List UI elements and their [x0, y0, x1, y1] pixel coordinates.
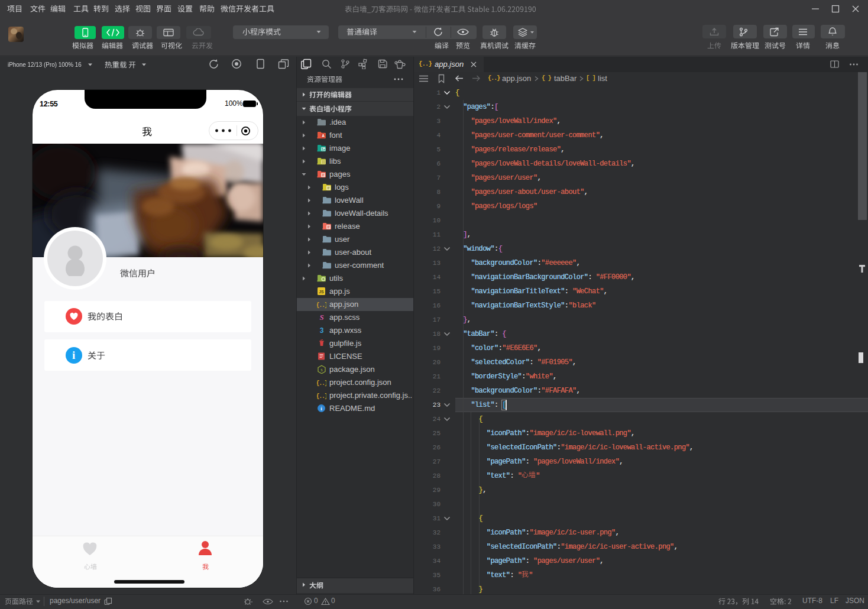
svg-text:JS: JS: [319, 290, 324, 294]
svg-text:S: S: [319, 313, 323, 322]
svg-text:{..}: {..}: [317, 302, 326, 309]
svg-text:s: s: [320, 368, 323, 372]
svg-text:A: A: [322, 134, 325, 138]
svg-text:{..}: {..}: [317, 380, 326, 387]
svg-text:3: 3: [320, 326, 324, 335]
svg-text:{..}: {..}: [317, 393, 326, 400]
